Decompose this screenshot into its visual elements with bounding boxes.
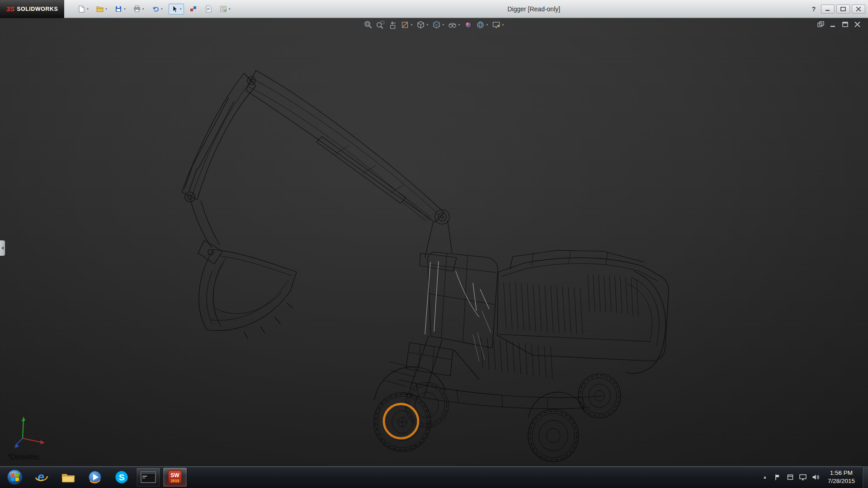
graphics-viewport[interactable]: ▼ ▼ ▼ bbox=[0, 18, 868, 465]
save-button[interactable]: ▼ bbox=[113, 4, 127, 14]
minimize-icon bbox=[825, 7, 830, 11]
view-settings-icon bbox=[491, 20, 500, 29]
svg-text:S: S bbox=[119, 473, 125, 482]
edit-appearance-button[interactable] bbox=[463, 20, 472, 29]
options-icon bbox=[219, 5, 227, 13]
file-properties-button[interactable] bbox=[203, 4, 214, 14]
options-button[interactable]: ▼ bbox=[218, 4, 232, 14]
brand-text: SOLIDWORKS bbox=[17, 6, 58, 12]
chevron-left-icon bbox=[1, 246, 4, 250]
view-orientation-cube-icon bbox=[416, 20, 425, 29]
dropdown-arrow-icon[interactable]: ▼ bbox=[501, 23, 504, 26]
doc-restore-button[interactable] bbox=[841, 21, 849, 28]
heads-up-view-toolbar: ▼ ▼ ▼ bbox=[364, 20, 505, 29]
doc-minimize-button[interactable] bbox=[829, 21, 837, 28]
open-folder-icon bbox=[96, 5, 104, 13]
dropdown-arrow-icon[interactable]: ▼ bbox=[442, 23, 445, 26]
dropdown-arrow-icon[interactable]: ▼ bbox=[458, 23, 461, 26]
hide-show-items-button[interactable]: ▼ bbox=[448, 20, 461, 29]
system-tray: ▲ bbox=[761, 466, 868, 488]
excavator-wireframe-model[interactable] bbox=[0, 18, 868, 465]
select-tool-button[interactable]: ▼ bbox=[169, 4, 184, 14]
show-hidden-icons-button[interactable]: ▲ bbox=[761, 473, 769, 481]
save-icon bbox=[114, 5, 123, 13]
dropdown-arrow-icon[interactable]: ▼ bbox=[179, 8, 182, 10]
tile-windows-icon bbox=[817, 21, 825, 28]
taskbar-windows-explorer[interactable] bbox=[56, 467, 80, 487]
windows-start-orb-icon bbox=[6, 468, 24, 486]
internet-explorer-icon: e bbox=[34, 470, 49, 484]
highlighted-edges bbox=[425, 261, 491, 361]
view-orientation-button[interactable]: ▼ bbox=[416, 20, 429, 29]
dropdown-arrow-icon[interactable]: ▼ bbox=[86, 8, 89, 10]
view-orientation-label: *Dimetric bbox=[7, 453, 40, 462]
start-button[interactable] bbox=[3, 466, 27, 488]
taskbar-internet-explorer[interactable]: e bbox=[29, 467, 54, 487]
open-button[interactable]: ▼ bbox=[94, 4, 109, 14]
dropdown-arrow-icon[interactable]: ▼ bbox=[426, 23, 429, 26]
dassault-logo-mark: 3S bbox=[6, 5, 14, 13]
previous-view-button[interactable] bbox=[388, 20, 397, 29]
view-settings-button[interactable]: ▼ bbox=[491, 20, 504, 29]
section-view-icon bbox=[401, 20, 410, 29]
undo-icon bbox=[151, 5, 160, 13]
display-style-icon bbox=[432, 20, 441, 29]
solidworks-2015-icon: SW 2015 bbox=[167, 469, 183, 485]
doc-tile-windows-button[interactable] bbox=[817, 21, 825, 28]
help-button[interactable]: ? bbox=[808, 4, 819, 14]
xpress-tools-icon bbox=[189, 5, 198, 13]
clock-date: 7/28/2015 bbox=[828, 477, 855, 485]
apply-scene-button[interactable]: ▼ bbox=[476, 20, 488, 29]
appearance-sphere-icon bbox=[463, 20, 472, 29]
dropdown-arrow-icon[interactable]: ▼ bbox=[410, 23, 413, 26]
dropdown-arrow-icon[interactable]: ▼ bbox=[160, 8, 163, 10]
maximize-button[interactable] bbox=[836, 5, 850, 14]
titlebar: 3S SOLIDWORKS ▼ ▼ bbox=[0, 0, 868, 18]
maximize-icon bbox=[840, 7, 846, 11]
task-window-icon bbox=[787, 474, 794, 481]
dropdown-arrow-icon[interactable]: ▼ bbox=[105, 8, 108, 10]
solidworks-logo: 3S SOLIDWORKS bbox=[0, 0, 64, 18]
section-view-button[interactable]: ▼ bbox=[401, 20, 413, 29]
tray-window-button[interactable] bbox=[786, 473, 794, 481]
taskbar-media-player[interactable] bbox=[83, 467, 107, 487]
select-cursor-icon bbox=[170, 5, 179, 13]
new-document-button[interactable]: ▼ bbox=[76, 4, 90, 14]
taskbar-command-prompt[interactable] bbox=[136, 467, 160, 487]
tray-display-button[interactable] bbox=[799, 473, 807, 481]
folder-icon bbox=[61, 471, 75, 483]
doc-minimize-icon bbox=[830, 21, 837, 28]
display-icon bbox=[799, 474, 807, 481]
dropdown-arrow-icon[interactable]: ▼ bbox=[228, 8, 231, 10]
taskbar-items: e bbox=[3, 466, 187, 488]
taskbar-skype[interactable]: S bbox=[109, 467, 134, 487]
doc-close-icon bbox=[854, 21, 861, 28]
coordinate-triad bbox=[8, 415, 52, 454]
show-desktop-button[interactable] bbox=[862, 466, 868, 488]
zoom-to-fit-button[interactable] bbox=[364, 20, 373, 29]
tray-volume-button[interactable] bbox=[811, 473, 820, 481]
minimize-button[interactable] bbox=[821, 5, 835, 14]
document-title: Digger [Read-only] bbox=[507, 5, 560, 13]
print-button[interactable]: ▼ bbox=[132, 4, 146, 14]
taskbar-clock[interactable]: 1:56 PM 7/28/2015 bbox=[828, 469, 855, 485]
xpress-tools-button[interactable] bbox=[188, 4, 199, 14]
command-prompt-window-icon bbox=[141, 471, 156, 483]
triad-y-axis bbox=[23, 420, 24, 438]
hide-show-eyeglasses-icon bbox=[448, 20, 457, 29]
zoom-to-fit-icon bbox=[364, 20, 373, 29]
document-window-controls bbox=[817, 21, 862, 28]
taskbar-solidworks-2015[interactable]: SW 2015 bbox=[163, 467, 187, 487]
display-style-button[interactable]: ▼ bbox=[432, 20, 445, 29]
close-button[interactable] bbox=[852, 5, 865, 14]
clock-time: 1:56 PM bbox=[828, 469, 855, 477]
dropdown-arrow-icon[interactable]: ▼ bbox=[123, 8, 126, 10]
doc-close-button[interactable] bbox=[854, 21, 862, 28]
zoom-to-area-button[interactable] bbox=[376, 20, 385, 29]
undo-button[interactable]: ▼ bbox=[150, 4, 165, 14]
dropdown-arrow-icon[interactable]: ▼ bbox=[142, 8, 145, 10]
dropdown-arrow-icon[interactable]: ▼ bbox=[486, 23, 488, 26]
panel-collapse-tab[interactable] bbox=[0, 240, 5, 256]
previous-view-icon bbox=[388, 20, 397, 29]
action-center-button[interactable] bbox=[774, 473, 782, 481]
